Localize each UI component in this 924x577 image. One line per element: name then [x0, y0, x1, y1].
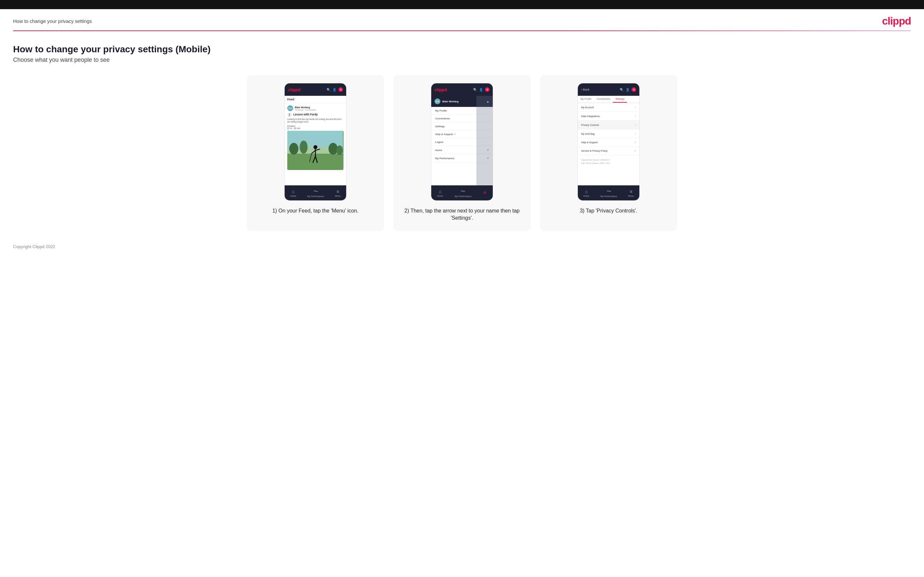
- svg-line-12: [315, 156, 317, 163]
- svg-line-13: [310, 154, 312, 162]
- chevron-right-icon: ›: [635, 106, 636, 109]
- menu-label-3: Menu: [628, 195, 634, 197]
- back-button: ‹ Back: [581, 88, 590, 91]
- menu-username: Blair McHarg: [443, 100, 459, 103]
- phone-3-icons: 🔍 👤 ⚙: [620, 87, 636, 92]
- bottom-performance-2: 〜 My Performance: [455, 189, 472, 197]
- bottom-performance-3: 〜 My Performance: [600, 189, 617, 197]
- phone-3-bottombar: ⌂ Home 〜 My Performance ≡ Menu: [578, 185, 639, 200]
- chevron-right-icon-3: ›: [635, 123, 636, 127]
- settings-tabs: My Profile Connections Settings: [578, 96, 639, 103]
- author-name: Blair McHarg: [295, 106, 316, 109]
- close-icon: ✕: [483, 190, 487, 195]
- help-label: Help & Support: [581, 141, 598, 144]
- performance-icon: 〜: [313, 189, 318, 195]
- footer: Copyright Clippd 2022: [0, 238, 924, 259]
- feed-avatar: BM: [287, 105, 293, 111]
- tab-connections: Connections: [594, 96, 613, 103]
- bottom-home-2: ⌂ Home: [437, 189, 443, 197]
- svg-line-9: [312, 150, 315, 154]
- phone-1-bottombar: ⌂ Home 〜 My Performance ≡ Menu: [285, 185, 346, 200]
- phone-2-icons: 🔍 👤 ⚙: [473, 87, 489, 92]
- home-icon-2: ⌂: [439, 189, 441, 194]
- version-line1: Clippd Client Version: 2022.8.3-3: [581, 159, 610, 161]
- step-1-phone: clippd 🔍 👤 ⚙ Feed BM Blair McHarg: [284, 83, 347, 201]
- service-label: Service & Privacy Policy: [581, 149, 607, 152]
- logo: clippd: [882, 15, 911, 27]
- menu-avatar: BM: [435, 98, 440, 104]
- settings-item-help: Help & Support ↗: [578, 138, 639, 147]
- performance-icon-3: 〜: [607, 189, 611, 195]
- header: How to change your privacy settings clip…: [0, 9, 924, 31]
- phone-1-content: Feed BM Blair McHarg Yesterday · Sunning…: [285, 96, 346, 185]
- menu-icon-3: ≡: [630, 189, 632, 194]
- version-line2: GQL Server Version: 2022.7.30-1: [581, 162, 610, 164]
- step-2-card: clippd 🔍 👤 ⚙ BM Blair McHarg: [393, 75, 531, 231]
- nav-performance-label: My Performance: [435, 157, 454, 160]
- top-bar: [0, 0, 924, 9]
- performance-label-3: My Performance: [600, 195, 617, 197]
- home-label-3: Home: [583, 195, 590, 197]
- chevron-right-icon-2: ›: [635, 114, 636, 118]
- settings-item-privacy: Privacy Controls ›: [578, 121, 639, 129]
- settings-icon-3: ⚙: [632, 87, 636, 92]
- page-heading: How to change your privacy settings (Mob…: [13, 44, 911, 55]
- feed-duration: Duration01 hr : 30 min: [287, 125, 344, 129]
- settings-icon: ⚙: [338, 87, 343, 92]
- step-2-phone: clippd 🔍 👤 ⚙ BM Blair McHarg: [431, 83, 493, 201]
- settings-item-account: My Account ›: [578, 103, 639, 112]
- privacy-label: Privacy Controls: [581, 124, 599, 127]
- bottom-menu: ≡ Menu: [335, 189, 341, 197]
- home-label-2: Home: [437, 195, 443, 197]
- svg-point-6: [336, 145, 343, 155]
- copyright: Copyright Clippd 2022: [13, 244, 55, 249]
- chevron-right-icon-4: ›: [635, 132, 636, 135]
- tab-my-profile: My Profile: [578, 96, 594, 103]
- performance-label: My Performance: [307, 195, 324, 197]
- feed-author: BM Blair McHarg Yesterday · Sunningdale: [287, 105, 344, 111]
- feed-image: [287, 131, 344, 170]
- menu-user-info: BM Blair McHarg: [435, 98, 459, 104]
- profile-icon-2: 👤: [479, 88, 483, 92]
- step-2-description: 2) Then, tap the arrow next to your name…: [400, 207, 524, 222]
- lesson-icon: 🏌: [287, 113, 292, 117]
- home-icon-3: ⌂: [585, 189, 588, 194]
- svg-point-7: [313, 145, 317, 149]
- settings-item-data: Data Integrations ›: [578, 112, 639, 121]
- steps-container: clippd 🔍 👤 ⚙ Feed BM Blair McHarg: [13, 75, 911, 231]
- bottom-home: ⌂ Home: [290, 189, 296, 197]
- lesson-desc: Looking to feel like my hands are exitin…: [287, 118, 344, 124]
- step-3-phone: ‹ Back 🔍 👤 ⚙ My Profile Connections Sett…: [577, 83, 640, 201]
- phone-3-topbar: ‹ Back 🔍 👤 ⚙: [578, 83, 639, 96]
- search-icon: 🔍: [326, 88, 331, 92]
- menu-bg-overlay: [477, 96, 493, 185]
- menu-label: Menu: [335, 195, 341, 197]
- author-date: Yesterday · Sunningdale: [295, 109, 316, 111]
- settings-item-service: Service & Privacy Policy ↗: [578, 147, 639, 155]
- data-label: Data Integrations: [581, 115, 600, 118]
- svg-line-10: [315, 149, 320, 150]
- settings-icon-2: ⚙: [485, 87, 489, 92]
- ext-link-icon-2: ↗: [634, 141, 636, 144]
- step-3-description: 3) Tap 'Privacy Controls'.: [580, 207, 637, 214]
- profile-icon: 👤: [333, 88, 336, 92]
- svg-point-5: [328, 143, 338, 155]
- svg-line-11: [313, 156, 315, 163]
- ext-link-icon: ↗: [454, 133, 456, 136]
- nav-home-label: Home: [435, 149, 442, 152]
- step-3-card: ‹ Back 🔍 👤 ⚙ My Profile Connections Sett…: [540, 75, 677, 231]
- bottom-close: ✕: [483, 190, 487, 196]
- lesson-title: Lesson with Fordy: [293, 113, 318, 116]
- step-1-description: 1) On your Feed, tap the 'Menu' icon.: [272, 207, 358, 214]
- phone-1-topbar: clippd 🔍 👤 ⚙: [285, 83, 346, 96]
- settings-version: Clippd Client Version: 2022.8.3-3 GQL Se…: [578, 155, 639, 166]
- bottom-home-3: ⌂ Home: [583, 189, 590, 197]
- step-1-card: clippd 🔍 👤 ⚙ Feed BM Blair McHarg: [247, 75, 384, 231]
- home-label: Home: [290, 195, 296, 197]
- phone-2-bottombar: ⌂ Home 〜 My Performance ✕: [431, 185, 493, 200]
- performance-icon-2: 〜: [461, 189, 465, 195]
- feed-post: BM Blair McHarg Yesterday · Sunningdale …: [285, 103, 346, 172]
- phone-2-topbar: clippd 🔍 👤 ⚙: [431, 83, 493, 96]
- ext-link-icon-3: ↗: [634, 150, 636, 152]
- phone-3-content: My Profile Connections Settings My Accou…: [578, 96, 639, 185]
